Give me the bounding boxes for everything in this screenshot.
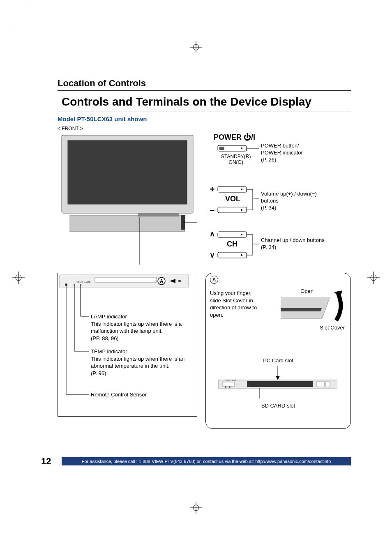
slot-cover-label: Slot Cover [320, 325, 345, 331]
svg-point-29 [241, 254, 242, 256]
svg-rect-13 [68, 140, 187, 204]
pc-card-label: PC Card slot [206, 357, 350, 364]
sd-card-label: SD CARD slot [206, 403, 350, 409]
vol-heading: VOL [225, 195, 240, 203]
svg-rect-20 [219, 147, 224, 150]
standby-on-label: STANDBY(R) ON(G) [221, 154, 251, 166]
svg-marker-50 [276, 376, 280, 380]
marker-a: A [210, 276, 218, 284]
chevron-down-icon: ∨ [210, 251, 215, 260]
power-icon: ⏻/I [244, 133, 255, 141]
tv-front-diagram [58, 133, 197, 265]
svg-point-55 [229, 386, 231, 388]
slot-instruction: Using your finger, slide Slot Cover in d… [210, 290, 263, 318]
section-heading: Location of Controls [58, 78, 351, 91]
svg-point-27 [241, 234, 242, 235]
front-label: < FRONT > [58, 126, 351, 131]
svg-rect-14 [70, 215, 185, 232]
svg-text:TEMP   LAMP: TEMP LAMP [76, 281, 91, 283]
svg-rect-52 [247, 381, 313, 387]
chevron-up-icon: ∧ [210, 229, 215, 238]
lamp-indicator-text: LAMP indicator This indicator lights up … [91, 313, 194, 342]
svg-rect-15 [138, 213, 179, 216]
plus-icon: + [210, 184, 215, 195]
remote-sensor-text: Remote Control Sensor [91, 391, 147, 398]
temp-indicator-text: TEMP indicator This indicator lights up … [91, 348, 194, 377]
power-heading: POWER ⏻/I [214, 133, 255, 142]
power-button-label: POWER button/ POWER indicator (P. 26) [261, 143, 303, 164]
footer-assistance-bar: For assistance, please call : 1-888-VIEW… [62, 457, 351, 465]
page-title: Controls and Terminals on the Device Dis… [58, 95, 351, 111]
ch-heading: CH [227, 240, 238, 249]
svg-text:TEMP  LAMP: TEMP LAMP [224, 379, 236, 382]
svg-rect-47 [281, 308, 322, 311]
slot-detail: A Using your finger, slide Slot Cover in… [205, 273, 351, 429]
svg-rect-57 [317, 381, 324, 387]
channel-label: Channel up / down buttons (P. 34) [261, 237, 339, 251]
minus-icon: − [210, 205, 215, 216]
volume-label: Volume up(+) / down(−) buttons (P. 34) [261, 191, 335, 212]
svg-rect-53 [222, 382, 235, 386]
model-subtitle: Model PT-50LCX63 unit shown [58, 115, 351, 122]
page-number: 12 [41, 456, 51, 467]
svg-point-54 [225, 386, 226, 388]
svg-rect-31 [95, 277, 157, 282]
svg-rect-58 [326, 381, 330, 387]
svg-point-25 [241, 209, 242, 211]
svg-point-39 [178, 280, 181, 282]
svg-point-21 [241, 147, 242, 149]
side-controls-diagram: POWER ⏻/I STANDBY(R) ON(G) POWER button/… [205, 133, 351, 265]
svg-point-23 [241, 189, 242, 190]
indicators-detail: TEMP LAMP A [58, 273, 197, 417]
svg-text:A: A [160, 279, 164, 284]
